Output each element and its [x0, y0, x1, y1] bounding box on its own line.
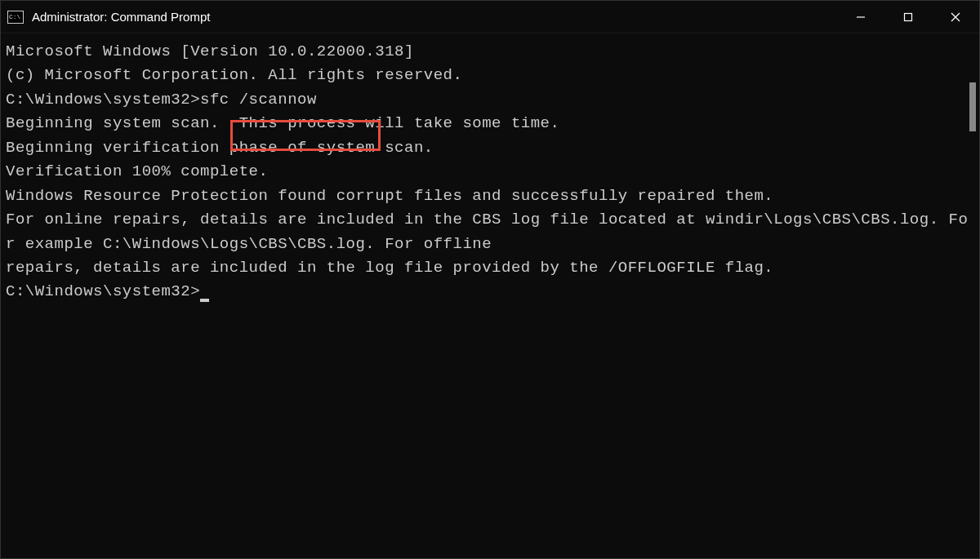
output-line: repairs, details are included in the log… [6, 256, 974, 280]
command-prompt-window: Administrator: Command Prompt [0, 0, 980, 559]
svg-rect-1 [905, 13, 912, 20]
prompt-line: C:\Windows\system32>sfc /scannow [6, 88, 974, 112]
cursor [200, 299, 209, 302]
titlebar-left: Administrator: Command Prompt [7, 10, 210, 24]
prompt-line: C:\Windows\system32> [6, 280, 974, 304]
output-line: Verification 100% complete. [6, 160, 974, 184]
minimize-button[interactable] [837, 1, 884, 33]
output-line: Beginning verification phase of system s… [6, 136, 974, 160]
window-title: Administrator: Command Prompt [32, 10, 210, 24]
prompt-path: C:\Windows\system32> [6, 91, 200, 109]
prompt-path: C:\Windows\system32> [6, 282, 200, 300]
output-line: (c) Microsoft Corporation. All rights re… [6, 64, 974, 87]
cmd-icon [7, 11, 24, 24]
output-line: For online repairs, details are included… [6, 208, 974, 256]
titlebar[interactable]: Administrator: Command Prompt [1, 1, 979, 33]
close-button[interactable] [932, 1, 979, 33]
minimize-icon [856, 12, 866, 22]
output-line: Beginning system scan. This process will… [6, 112, 974, 135]
output-line: Windows Resource Protection found corrup… [6, 184, 974, 208]
close-icon [951, 12, 960, 22]
scrollbar-thumb[interactable] [969, 82, 976, 131]
prompt-command: sfc /scannow [200, 91, 317, 109]
titlebar-controls [837, 1, 979, 33]
maximize-button[interactable] [884, 1, 932, 33]
output-line: Microsoft Windows [Version 10.0.22000.31… [6, 40, 974, 64]
maximize-icon [903, 12, 913, 22]
terminal-output[interactable]: Microsoft Windows [Version 10.0.22000.31… [1, 33, 979, 558]
